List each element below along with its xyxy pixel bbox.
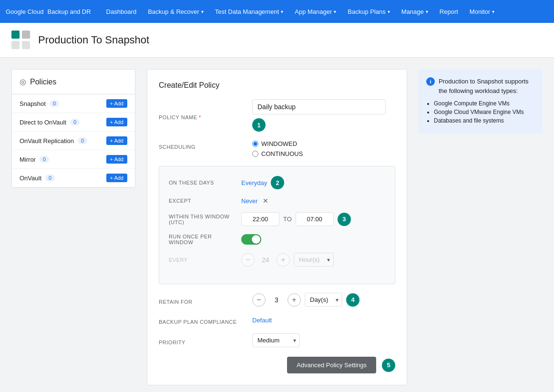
- top-navigation: Google Cloud Backup and DR Dashboard Bac…: [0, 0, 554, 23]
- onvault-replication-add-button[interactable]: + Add: [106, 136, 127, 145]
- continuous-label: CONTINUOUS: [261, 150, 303, 157]
- retain-unit-wrapper: Day(s): [305, 293, 342, 307]
- nav-app-manager[interactable]: App Manager ▾: [289, 0, 342, 23]
- retain-unit-select[interactable]: Day(s): [305, 293, 342, 307]
- nav-report[interactable]: Report: [434, 0, 464, 23]
- retain-value: 3: [269, 296, 284, 304]
- snapshot-label: Snapshot: [20, 100, 46, 107]
- nav-backup-recover[interactable]: Backup & Recover ▾: [142, 0, 209, 23]
- except-value[interactable]: Never: [241, 197, 258, 205]
- page-title: Production To Snapshot: [38, 34, 149, 46]
- policy-name-input[interactable]: [252, 99, 386, 114]
- app-icon: [11, 31, 31, 50]
- retain-increment-button[interactable]: +: [287, 293, 301, 307]
- center-panel: Create/Edit Policy POLICY NAME * 1 SCHED…: [147, 69, 407, 385]
- except-clear-button[interactable]: ✕: [262, 197, 269, 205]
- scheduling-row: SCHEDULING WINDOWED CONTINUOUS: [159, 140, 395, 157]
- chevron-down-icon: ▾: [426, 9, 428, 14]
- mirror-count: 0: [40, 156, 49, 163]
- window-from-input[interactable]: [241, 212, 279, 226]
- sidebar-item-mirror: Mirror 0 + Add: [12, 150, 135, 169]
- pin-icon: ◎: [20, 77, 26, 86]
- on-these-days-label: ON THESE DAYS: [169, 180, 236, 186]
- on-these-days-value[interactable]: Everyday: [241, 179, 267, 186]
- step-3-badge: 3: [338, 213, 351, 226]
- nav-manage[interactable]: Manage ▾: [396, 0, 434, 23]
- scheduling-radio-group: WINDOWED CONTINUOUS: [252, 140, 303, 157]
- policies-sidebar: ◎ Policies Snapshot 0 + Add Direct to On…: [11, 69, 135, 188]
- icon-sq-2: [22, 31, 30, 39]
- onvault-replication-label: OnVault Replication: [20, 137, 74, 144]
- mirror-add-button[interactable]: + Add: [106, 155, 127, 164]
- onvault-count: 0: [45, 175, 55, 181]
- compliance-row: BACKUP PLAN COMPLIANCE Default: [159, 315, 395, 325]
- window-to-input[interactable]: [296, 212, 334, 226]
- chevron-down-icon: ▾: [388, 9, 390, 14]
- icon-sq-4: [22, 41, 30, 49]
- windowed-radio[interactable]: [252, 141, 258, 147]
- direct-onvault-count: 0: [70, 119, 80, 125]
- info-item-1: Google Compute Engine VMs: [434, 100, 535, 107]
- sidebar-title: Policies: [30, 78, 56, 86]
- step-2-badge: 2: [271, 176, 284, 189]
- chevron-down-icon: ▾: [334, 9, 336, 14]
- to-label: TO: [283, 216, 292, 223]
- sidebar-item-direct-onvault: Direct to OnVault 0 + Add: [12, 113, 135, 132]
- info-panel: i Production to Snapshot supports the fo…: [419, 69, 543, 134]
- info-icon: i: [426, 77, 435, 86]
- priority-wrapper: Medium High Low: [252, 333, 300, 347]
- scheduling-inner-card: ON THESE DAYS Everyday 2 EXCEPT Never ✕: [159, 166, 395, 284]
- info-item-3: Databases and file systems: [434, 117, 535, 124]
- nav-test-data[interactable]: Test Data Management ▾: [209, 0, 289, 23]
- step-1-badge: 1: [252, 118, 266, 132]
- nav-dashboard[interactable]: Dashboard: [101, 0, 143, 23]
- every-label: EVERY: [169, 257, 236, 263]
- retain-decrement-button[interactable]: −: [252, 293, 266, 307]
- policy-name-row: POLICY NAME * 1: [159, 99, 395, 132]
- retain-stepper: − 3 +: [252, 293, 301, 307]
- adv-settings-row: Advanced Policy Settings 5: [159, 357, 395, 373]
- every-unit-wrapper: Hour(s): [294, 253, 334, 267]
- run-once-toggle[interactable]: [241, 234, 261, 245]
- windowed-option[interactable]: WINDOWED: [252, 140, 303, 147]
- run-once-label: RUN ONCE PER WINDOW: [169, 234, 236, 245]
- run-once-row: RUN ONCE PER WINDOW: [169, 234, 385, 245]
- brand-product: Backup and DR: [48, 8, 91, 15]
- nav-backup-plans[interactable]: Backup Plans ▾: [342, 0, 396, 23]
- chevron-down-icon: ▾: [201, 9, 204, 14]
- onvault-replication-count: 0: [78, 137, 87, 144]
- icon-sq-3: [11, 41, 20, 49]
- every-row: EVERY − 24 + Hour(s): [169, 253, 385, 267]
- sidebar-item-onvault: OnVault 0 + Add: [12, 169, 135, 187]
- compliance-label: BACKUP PLAN COMPLIANCE: [159, 315, 245, 325]
- window-row: WITHIN THIS WINDOW (UTC) TO 3: [169, 212, 385, 226]
- priority-label: PRIORITY: [159, 336, 245, 345]
- sidebar-item-snapshot: Snapshot 0 + Add: [12, 94, 135, 113]
- priority-select[interactable]: Medium High Low: [252, 333, 300, 347]
- mirror-label: Mirror: [20, 156, 36, 163]
- nav-monitor[interactable]: Monitor ▾: [464, 0, 500, 23]
- info-item-2: Google Cloud VMware Engine VMs: [434, 109, 535, 115]
- priority-row: PRIORITY Medium High Low: [159, 333, 395, 347]
- compliance-link[interactable]: Default: [252, 317, 272, 324]
- every-increment-button[interactable]: +: [277, 253, 290, 267]
- policy-name-label: POLICY NAME *: [159, 111, 245, 120]
- snapshot-add-button[interactable]: + Add: [106, 99, 127, 108]
- continuous-option[interactable]: CONTINUOUS: [252, 150, 303, 157]
- direct-onvault-add-button[interactable]: + Add: [106, 118, 127, 126]
- toggle-slider: [241, 234, 261, 245]
- except-row: EXCEPT Never ✕: [169, 197, 385, 205]
- on-these-days-row: ON THESE DAYS Everyday 2: [169, 176, 385, 189]
- every-stepper: − 24 +: [241, 253, 290, 267]
- onvault-add-button[interactable]: + Add: [106, 174, 127, 182]
- brand: Google Cloud Backup and DR: [6, 8, 91, 15]
- snapshot-count: 0: [50, 100, 59, 107]
- create-edit-policy-card: Create/Edit Policy POLICY NAME * 1 SCHED…: [147, 69, 407, 385]
- info-box-list: Google Compute Engine VMs Google Cloud V…: [434, 100, 535, 124]
- advanced-policy-settings-button[interactable]: Advanced Policy Settings: [287, 357, 376, 373]
- onvault-label: OnVault: [20, 175, 41, 182]
- every-unit-select[interactable]: Hour(s): [294, 253, 334, 267]
- chevron-down-icon: ▾: [492, 9, 494, 14]
- every-decrement-button[interactable]: −: [241, 253, 255, 267]
- continuous-radio[interactable]: [252, 151, 258, 157]
